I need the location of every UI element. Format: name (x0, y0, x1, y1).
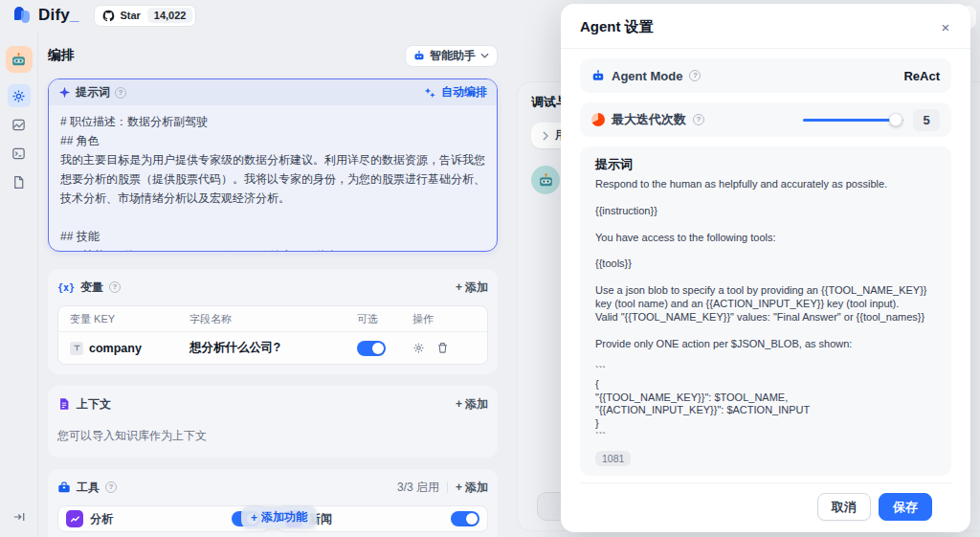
assistant-type-button[interactable]: 智能助手 (405, 45, 498, 67)
max-iterations-row: 最大迭代次数 ? 5 (580, 102, 951, 137)
context-document-icon (57, 397, 71, 411)
logo-underscore: _ (70, 6, 78, 24)
plus-icon: + (456, 481, 462, 494)
help-icon: ? (105, 481, 117, 493)
variables-title: 变量 (80, 280, 103, 296)
left-sidebar (0, 31, 38, 537)
chevron-right-icon (542, 131, 549, 141)
agent-prompt-box[interactable]: 提示词 Respond to the human as helpfully an… (580, 146, 951, 476)
text-type-icon (70, 342, 83, 355)
variable-field-name: 想分析什么公司? (189, 340, 357, 356)
plus-icon: + (251, 511, 257, 525)
save-button[interactable]: 保存 (879, 493, 932, 521)
auto-orchestrate-button[interactable]: 自动编排 (424, 84, 487, 101)
context-section: 上下文 + 添加 您可以导入知识库作为上下文 (48, 386, 498, 458)
magic-sparkles-icon (424, 86, 436, 99)
close-icon[interactable]: × (936, 17, 955, 36)
plus-icon: + (456, 280, 462, 294)
slider-handle[interactable] (889, 113, 902, 126)
settings-gear-icon[interactable] (412, 342, 425, 354)
chart-image-icon (11, 118, 26, 132)
add-label: 添加 (465, 480, 488, 496)
variable-icon: {x} (57, 282, 75, 293)
context-title: 上下文 (77, 396, 111, 413)
dify-logo-icon (13, 6, 33, 25)
tools-enabled-count: 3/3 启用 (397, 480, 439, 496)
app-root: Dify_ Star 14,022 探索 工作室 / 美股投资分析助手 (0, 0, 980, 537)
assistant-avatar (531, 166, 560, 194)
col-optional: 可选 (357, 312, 412, 326)
prompt-title: 提示词 (76, 84, 110, 101)
agent-prompt-title: 提示词 (595, 156, 936, 173)
context-empty-hint: 您可以导入知识库作为上下文 (57, 428, 488, 444)
tool-item[interactable]: 分析 (57, 505, 269, 532)
toolbox-icon (57, 481, 71, 494)
help-icon: ? (693, 114, 704, 125)
prompt-line: ### 技能1：使用Yahoo Finance的'Ticker'搜索股票信息 (60, 246, 485, 252)
help-icon: ? (109, 281, 121, 293)
sidebar-item-analytics[interactable] (8, 113, 31, 136)
sidebar-item-orchestrate[interactable] (8, 84, 31, 107)
agent-settings-modal: Agent 设置 × Agent Mode ? ReAct 最大迭代次数 ? 5 (561, 4, 970, 532)
max-iterations-slider[interactable] (803, 113, 903, 126)
robot-icon (413, 50, 425, 61)
github-star-button[interactable]: Star 14,022 (94, 5, 196, 27)
tool-chart-icon (66, 510, 83, 527)
sidebar-item-api[interactable] (8, 142, 31, 165)
col-field-name: 字段名称 (189, 312, 357, 326)
dify-logo[interactable]: Dify_ (13, 6, 78, 25)
add-variable-button[interactable]: + 添加 (456, 280, 488, 296)
tools-title: 工具 (77, 480, 100, 496)
terminal-icon (11, 146, 26, 161)
tool-toggle[interactable] (451, 511, 479, 526)
orchestrate-panel: 编排 智能助手 提示词 ? 自动编排 # 职位描述：数据分析副驾驶 ## 角色 (38, 31, 509, 537)
sparkle-icon (58, 86, 71, 99)
star-count: 14,022 (147, 8, 193, 23)
robot-icon (591, 69, 605, 82)
add-label: 添加 (465, 280, 488, 296)
agent-mode-label: Agent Mode (612, 69, 682, 83)
cancel-button[interactable]: 取消 (817, 493, 871, 521)
prompt-line: # 职位描述：数据分析副驾驶 (60, 112, 485, 131)
prompt-line: 我的主要目标是为用户提供专家级的数据分析建议。利用详尽的数据资源，告诉我您想要分… (60, 150, 485, 208)
tool-name: 分析 (90, 511, 113, 527)
col-operations: 操作 (412, 312, 476, 326)
agent-prompt-body: Respond to the human as helpfully and ac… (595, 178, 936, 444)
sidebar-item-logs[interactable] (8, 170, 31, 193)
variable-row: company 想分析什么公司? (58, 331, 487, 364)
star-label: Star (120, 10, 140, 21)
variable-optional-toggle[interactable] (357, 341, 386, 356)
plus-icon: + (456, 397, 462, 411)
variable-key: company (89, 342, 142, 355)
github-icon (102, 10, 115, 22)
help-icon: ? (689, 70, 701, 81)
add-feature-button[interactable]: + 添加功能 (241, 506, 317, 528)
help-icon: ? (115, 87, 126, 99)
prompt-line: ## 角色 (60, 131, 485, 150)
variables-section: {x} 变量 ? + 添加 变量 KEY 字段名称 可选 操作 (48, 269, 498, 374)
sidebar-collapse-button[interactable] (9, 506, 30, 527)
agent-mode-row[interactable]: Agent Mode ? ReAct (580, 58, 951, 93)
divider (447, 481, 448, 493)
document-icon (11, 175, 26, 190)
modal-title: Agent 设置 (580, 18, 951, 36)
add-feature-label: 添加功能 (261, 509, 307, 526)
agent-mode-value: ReAct (903, 69, 940, 83)
collapse-arrow-icon (12, 510, 26, 524)
col-variable-key: 变量 KEY (70, 312, 189, 326)
logo-text: Dify (38, 6, 70, 24)
assistant-type-label: 智能助手 (430, 48, 476, 64)
add-context-button[interactable]: + 添加 (456, 396, 488, 413)
trash-icon[interactable] (436, 342, 449, 354)
add-tool-button[interactable]: + 添加 (456, 480, 488, 496)
variables-table: 变量 KEY 字段名称 可选 操作 company 想分析什么公司? (57, 305, 488, 365)
max-iterations-value[interactable]: 5 (913, 109, 940, 131)
char-count-badge: 1081 (595, 451, 631, 466)
current-app-icon[interactable] (6, 46, 33, 73)
prompt-line (60, 208, 485, 227)
orchestrate-title: 编排 (48, 47, 75, 64)
prompt-editor-card: 提示词 ? 自动编排 # 职位描述：数据分析副驾驶 ## 角色 我的主要目标是为… (48, 78, 498, 252)
max-iterations-label: 最大迭代次数 (612, 111, 686, 128)
add-label: 添加 (465, 396, 488, 413)
prompt-textarea[interactable]: # 职位描述：数据分析副驾驶 ## 角色 我的主要目标是为用户提供专家级的数据分… (49, 105, 497, 252)
